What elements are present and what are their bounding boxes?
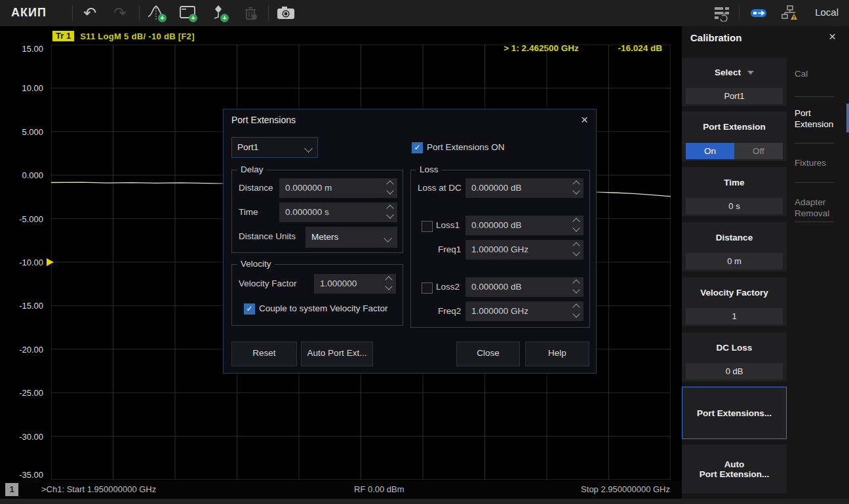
screenshot-button[interactable]: [273, 3, 298, 24]
port-extensions-dialog-button[interactable]: Port Extensions...: [682, 387, 787, 439]
freq2-label: Freq2: [438, 301, 461, 321]
dc-loss-value[interactable]: 0 dB: [686, 363, 783, 379]
y-axis-tick-label: -15.00: [12, 301, 43, 311]
toolbar-separator: [72, 5, 73, 21]
couple-velocity-checkbox[interactable]: ✓: [244, 303, 255, 315]
auto-port-extension-button[interactable]: Auto Port Extension...: [682, 444, 787, 494]
port-select-dropdown[interactable]: Port1: [231, 137, 318, 158]
tab-port-extension[interactable]: Port Extension: [795, 107, 847, 130]
select-label: Select: [715, 68, 741, 77]
loss-at-dc-field[interactable]: 0.000000 dB: [465, 178, 583, 198]
loss-at-dc-label: Loss at DC: [418, 178, 462, 198]
loss2-checkbox[interactable]: [422, 282, 433, 294]
add-trace-button[interactable]: +: [145, 3, 170, 24]
loss2-label[interactable]: Loss2: [436, 277, 460, 297]
port-extensions-on-checkbox[interactable]: ✓: [412, 142, 423, 153]
loss2-field[interactable]: 0.000000 dB: [465, 277, 583, 297]
spinner-icon[interactable]: [572, 178, 580, 198]
loss1-checkbox[interactable]: [422, 221, 433, 232]
loss-group: Loss Loss at DC 0.000000 dB Loss1 0.0000…: [410, 170, 590, 328]
lan-status-button[interactable]: [778, 3, 802, 24]
velocity-factor-field[interactable]: 1.000000: [314, 274, 396, 294]
loss-legend: Loss: [416, 165, 442, 174]
help-button[interactable]: Help: [525, 341, 589, 366]
dialog-close-icon[interactable]: ×: [581, 113, 588, 127]
velocity-factory-label: Velocity Factory: [682, 277, 787, 308]
time-field[interactable]: 0.000000 s: [279, 203, 397, 222]
port-extensions-on-label[interactable]: Port Extensions ON: [427, 142, 505, 153]
spinner-icon[interactable]: [385, 274, 393, 294]
select-block[interactable]: Select Port1: [682, 58, 787, 106]
undo-button[interactable]: ↶: [77, 3, 102, 24]
start-frequency-label[interactable]: >Ch1: Start 1.950000000 GHz: [41, 484, 156, 494]
brand-logo: АКИП: [11, 6, 47, 20]
stop-frequency-label[interactable]: Stop 2.950000000 GHz: [581, 484, 670, 494]
trace-badge[interactable]: Tr 1: [52, 31, 74, 41]
y-axis-tick-label: -25.00: [12, 388, 43, 398]
add-marker-button[interactable]: +: [207, 3, 232, 24]
delete-button[interactable]: [238, 3, 263, 24]
reset-button[interactable]: Reset: [231, 341, 297, 366]
sweep-layout-button[interactable]: [709, 3, 734, 24]
toolbar-separator: [739, 5, 740, 21]
y-axis-tick-label: -10.00: [12, 258, 43, 267]
vna-application-window: АКИП ↶ ↷ + +: [0, 0, 849, 504]
y-axis-tick-label: -35.00: [12, 470, 43, 480]
distance-field[interactable]: 0.000000 m: [279, 178, 397, 198]
channel-badge[interactable]: 1: [5, 483, 18, 496]
status-bar: 1 >Ch1: Start 1.950000000 GHz RF 0.00 dB…: [0, 481, 682, 499]
auto-port-ext-button[interactable]: Auto Port Ext...: [301, 341, 373, 366]
couple-velocity-label[interactable]: Couple to system Velocity Factor: [259, 303, 388, 314]
y-axis-tick-label: 5.000: [12, 127, 43, 137]
trace-header[interactable]: Tr 1 S11 LogM 5 dB/ -10 dB [F2]: [52, 31, 195, 41]
usb-icon: [749, 5, 768, 22]
loss1-label[interactable]: Loss1: [436, 216, 460, 235]
redo-button[interactable]: ↷: [108, 3, 132, 24]
close-button[interactable]: Close: [456, 341, 520, 366]
spinner-icon[interactable]: [386, 203, 394, 222]
spinner-icon[interactable]: [572, 216, 580, 235]
active-tab-indicator: [846, 104, 849, 132]
loss1-field[interactable]: 0.000000 dB: [465, 216, 583, 235]
spinner-icon[interactable]: [386, 178, 394, 198]
spinner-icon[interactable]: [572, 277, 580, 297]
undo-icon: ↶: [83, 4, 96, 22]
y-axis-tick-label: 0.000: [12, 170, 43, 180]
tab-cal[interactable]: Cal: [795, 68, 847, 79]
delete-icon: [242, 5, 259, 22]
y-axis-tick-label: 10.00: [12, 83, 43, 93]
velocity-factory-block[interactable]: Velocity Factory 1: [682, 277, 787, 326]
spinner-icon[interactable]: [572, 240, 580, 260]
tab-fixtures[interactable]: Fixtures: [795, 157, 847, 168]
distance-units-dropdown[interactable]: Meters: [306, 227, 397, 248]
reference-level-marker-icon[interactable]: [47, 258, 54, 266]
freq2-field[interactable]: 1.000000 GHz: [465, 301, 583, 321]
add-trace-icon: +: [148, 4, 167, 22]
spinner-icon[interactable]: [572, 301, 580, 321]
toggle-on-button[interactable]: On: [686, 143, 734, 159]
sweep-layout-icon: [713, 5, 731, 22]
panel-title: Calibration: [690, 32, 741, 43]
port-extension-toggle: On Off: [686, 143, 783, 159]
toggle-off-button[interactable]: Off: [734, 143, 783, 159]
panel-close-icon[interactable]: ×: [829, 29, 836, 44]
usb-status-button[interactable]: [746, 3, 771, 24]
tab-separator: [795, 182, 834, 183]
freq1-field[interactable]: 1.000000 GHz: [465, 240, 583, 260]
distance-block[interactable]: Distance 0 m: [682, 222, 787, 271]
add-window-button[interactable]: +: [176, 3, 201, 24]
rf-power-label[interactable]: RF 0.00 dBm: [354, 484, 405, 494]
time-value[interactable]: 0 s: [686, 198, 783, 214]
local-mode-label[interactable]: Local: [815, 7, 839, 18]
dc-loss-block[interactable]: DC Loss 0 dB: [682, 332, 787, 381]
select-value[interactable]: Port1: [686, 88, 783, 104]
delay-legend: Delay: [237, 165, 267, 174]
dialog-title: Port Extensions: [231, 115, 296, 125]
velocity-factory-value[interactable]: 1: [686, 308, 783, 324]
tab-adapter-removal[interactable]: Adapter Removal: [795, 197, 847, 219]
distance-value[interactable]: 0 m: [686, 253, 783, 269]
bottom-strip: [0, 499, 849, 504]
tab-separator: [795, 96, 834, 97]
dc-loss-label: DC Loss: [682, 332, 787, 363]
time-block[interactable]: Time 0 s: [682, 167, 787, 216]
